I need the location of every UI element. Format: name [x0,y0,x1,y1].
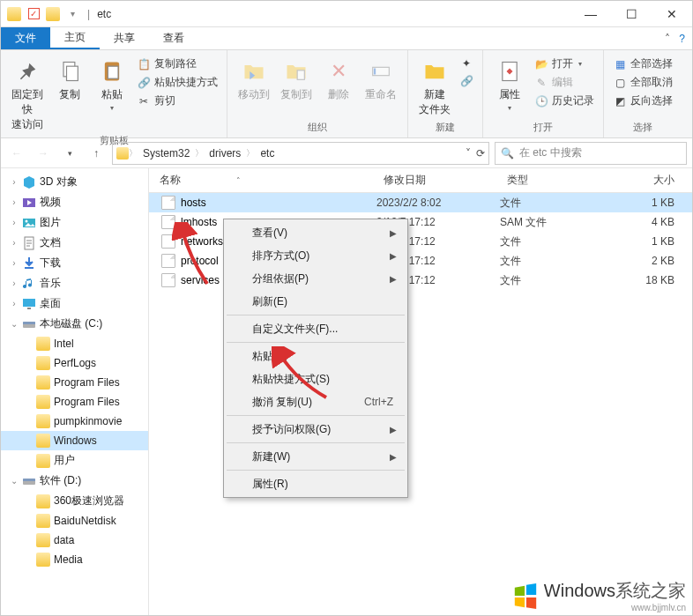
help-icon[interactable]: ? [679,33,685,45]
close-button[interactable]: ✕ [652,1,692,27]
tree-item[interactable]: data [1,531,148,550]
svg-rect-16 [23,322,35,324]
window-title: etc [97,8,111,20]
tree-item[interactable]: ⌄软件 (D:) [1,471,148,491]
tree-item[interactable]: PerfLogs [1,353,148,373]
tree-item[interactable]: pumpkinmovie [1,412,148,431]
tab-home[interactable]: 主页 [50,27,100,49]
menu-label: 授予访问权限(G) [252,422,331,437]
col-date[interactable]: 修改日期 [376,173,500,188]
nav-back-button[interactable]: ← [6,143,27,164]
qat-checkbox[interactable]: ✓ [26,6,41,22]
new-folder-button[interactable]: 新建 文件夹 [415,54,454,119]
deselect-all-button[interactable]: ▢全部取消 [611,74,674,91]
address-bar[interactable]: 〉 System32 〉 drivers 〉 etc ˅ ⟳ [112,142,489,165]
col-size[interactable]: 大小 [606,173,692,188]
tree-label: 软件 (D:) [40,473,81,488]
menu-item[interactable]: 新建(W)▶ [226,445,406,468]
menu-item[interactable]: 查看(V)▶ [226,221,406,244]
copy-button[interactable]: 复制 [50,54,89,132]
select-all-button[interactable]: ▦全部选择 [611,56,674,72]
menu-item[interactable]: 自定义文件夹(F)... [226,317,406,340]
tab-file[interactable]: 文件 [1,27,50,49]
chevron-right-icon: 〉 [195,147,204,160]
column-headers: 名称 ˄ 修改日期 类型 大小 [149,168,692,193]
menu-item[interactable]: 排序方式(O)▶ [226,244,406,267]
menu-item[interactable]: 刷新(E) [226,290,406,313]
menu-item[interactable]: 撤消 复制(U)Ctrl+Z [226,390,406,413]
search-input[interactable]: 🔍 在 etc 中搜索 [495,142,687,165]
minimize-button[interactable]: — [570,1,611,27]
tree-item[interactable]: ›文档 [1,233,148,253]
tree-item[interactable]: Windows [1,431,148,450]
tree-item[interactable]: ›音乐 [1,273,148,293]
nav-up-button[interactable]: ↑ [86,143,107,164]
tree-item[interactable]: ›视频 [1,192,148,212]
delete-button[interactable]: ✕ 删除 [319,54,358,119]
breadcrumb-part[interactable]: drivers [204,145,246,161]
submenu-arrow-icon: ▶ [390,452,397,462]
paste-shortcut-button[interactable]: 🔗粘贴快捷方式 [135,74,220,91]
copy-path-button[interactable]: 📋复制路径 [135,56,220,72]
file-size: 2 KB [606,255,692,267]
file-type: 文件 [500,196,606,211]
easy-access-button[interactable]: 🔗 [458,73,475,89]
file-date: 2023/2/2 8:02 [376,197,500,209]
tab-view[interactable]: 查看 [149,27,198,49]
tree-item[interactable]: Intel [1,334,148,353]
addr-dropdown-icon[interactable]: ˅ [466,147,471,160]
edit-button[interactable]: ✎编辑 [533,74,596,91]
submenu-arrow-icon: ▶ [390,251,397,261]
menu-label: 查看(V) [252,226,287,241]
menu-separator [227,442,405,443]
file-size: 4 KB [606,216,692,228]
col-name[interactable]: 名称 ˄ [149,173,376,188]
svg-rect-18 [23,479,35,481]
download-icon [22,256,36,271]
ribbon-collapse-icon[interactable]: ˄ [665,33,670,45]
pin-quick-access-button[interactable]: 固定到快 速访问 [8,54,47,132]
move-to-button[interactable]: 移动到 [235,54,273,119]
paste-button[interactable]: 粘贴 ▾ [93,54,131,132]
maximize-button[interactable]: ☐ [611,1,652,27]
menu-item[interactable]: 授予访问权限(G)▶ [226,418,406,441]
qat-dropdown-icon[interactable]: ▾ [64,6,80,22]
breadcrumb-part[interactable]: etc [255,145,279,161]
tree-item[interactable]: ›下载 [1,253,148,273]
properties-button[interactable]: 属性 ▾ [490,54,529,119]
file-icon [161,234,175,249]
invert-select-button[interactable]: ◩反向选择 [611,93,674,109]
tree-item[interactable]: ›3D 对象 [1,172,148,192]
scissors-icon: ✂ [137,94,151,108]
menu-item[interactable]: 分组依据(P)▶ [226,267,406,290]
new-item-button[interactable]: ✦ [458,56,475,71]
cut-button[interactable]: ✂剪切 [135,93,220,109]
tree-label: 视频 [40,195,61,210]
menu-item[interactable]: 粘贴快捷方式(S) [226,367,406,390]
file-row[interactable]: hosts2023/2/2 8:02文件1 KB [149,193,692,212]
tree-item[interactable]: 用户 [1,450,148,471]
copy-to-button[interactable]: 复制到 [277,54,316,119]
tree-item[interactable]: BaiduNetdisk [1,511,148,531]
nav-forward-button[interactable]: → [33,143,54,164]
open-button[interactable]: 📂打开▾ [533,56,596,72]
menu-item[interactable]: 粘贴(P) [226,345,406,367]
tree-item[interactable]: ›图片 [1,212,148,233]
file-icon [161,196,175,210]
menu-item[interactable]: 属性(R) [226,472,406,495]
tree-item[interactable]: Program Files [1,373,148,392]
breadcrumb-part[interactable]: System32 [138,145,195,161]
tab-share[interactable]: 共享 [100,27,149,49]
tree-item[interactable]: Media [1,550,148,569]
col-type[interactable]: 类型 [500,173,606,188]
refresh-icon[interactable]: ⟳ [476,147,485,160]
tree-item[interactable]: Program Files [1,392,148,412]
nav-tree[interactable]: ›3D 对象›视频›图片›文档›下载›音乐›桌面⌄本地磁盘 (C:)IntelP… [1,168,149,615]
rename-button[interactable]: 重命名 [361,54,400,119]
history-button[interactable]: 🕒历史记录 [533,93,596,109]
tree-item[interactable]: 360极速浏览器 [1,491,148,511]
submenu-arrow-icon: ▶ [390,274,397,284]
nav-recent-button[interactable]: ▾ [59,143,80,164]
tree-item[interactable]: ›桌面 [1,293,148,314]
tree-item[interactable]: ⌄本地磁盘 (C:) [1,314,148,334]
